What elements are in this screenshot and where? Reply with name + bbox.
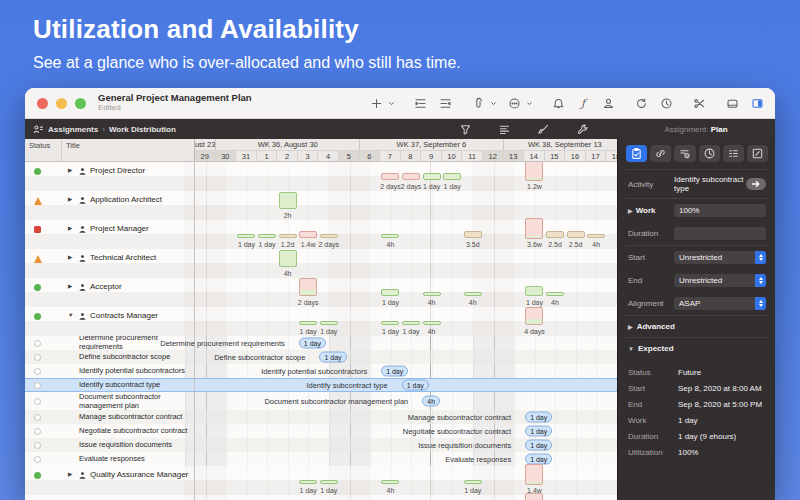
task-duration-pill[interactable]: 1 day <box>299 338 326 349</box>
disclosure-collapsed-icon[interactable]: ▶ <box>68 253 75 260</box>
resource-row[interactable]: ▶Team Leader <box>25 495 617 500</box>
minimize-button[interactable] <box>56 98 67 109</box>
cut-icon[interactable] <box>691 95 707 111</box>
inspector-tab-links[interactable] <box>650 145 671 162</box>
format-icon[interactable] <box>498 123 511 136</box>
resource-name[interactable]: Quality Assurance Manager <box>90 470 188 479</box>
utilization-bar[interactable] <box>443 173 461 180</box>
utilization-bar[interactable] <box>525 307 543 325</box>
advanced-disclosure-icon[interactable]: ▶ <box>628 323 633 330</box>
chevron-down-icon[interactable] <box>525 95 533 111</box>
resource-row[interactable]: ▶Application Architect2h <box>25 191 617 220</box>
task-name[interactable]: Negotiate subcontractor contract <box>79 427 187 436</box>
utilization-bar[interactable] <box>320 234 338 238</box>
zoom-button[interactable] <box>75 98 86 109</box>
sidebar-icon[interactable] <box>749 95 765 111</box>
utilization-bar[interactable] <box>381 234 399 238</box>
utilization-bar[interactable] <box>464 292 482 296</box>
settings-wrench-icon[interactable] <box>576 123 589 136</box>
disclosure-collapsed-icon[interactable]: ▶ <box>68 470 75 477</box>
utilization-bar[interactable] <box>299 278 317 296</box>
utilization-bar[interactable] <box>525 218 543 239</box>
expected-disclosure-icon[interactable]: ▼ <box>628 346 634 352</box>
resource-row[interactable]: ▼Contracts Manager1 day1 day1 day1 day4h… <box>25 307 617 336</box>
utilization-bar[interactable] <box>423 173 441 180</box>
utilization-bar[interactable] <box>423 321 441 325</box>
resource-row[interactable]: ▶Technical Architect4h <box>25 249 617 278</box>
timeline-header[interactable]: WK 35, August 23WK 36, August 30WK 37, S… <box>195 139 617 161</box>
utilization-bar[interactable] <box>402 173 420 180</box>
utilization-bar[interactable] <box>525 162 543 181</box>
expected-section[interactable]: ▼ Expected <box>628 344 766 353</box>
resource-name[interactable]: Technical Architect <box>90 253 156 262</box>
utilization-bar[interactable] <box>279 234 297 238</box>
task-duration-pill[interactable]: 1 day <box>525 426 552 437</box>
task-name[interactable]: Identify potential subcontractors <box>79 367 185 376</box>
breadcrumb[interactable]: Assignments › Work Distribution <box>33 124 176 135</box>
utilization-bar[interactable] <box>279 192 297 209</box>
end-popup[interactable]: Unrestricted <box>674 274 766 287</box>
task-row[interactable]: Document subcontractor management planDo… <box>25 392 617 410</box>
utilization-bar[interactable] <box>423 292 441 296</box>
utilization-bar[interactable] <box>525 464 543 485</box>
task-row[interactable]: Issue requisition documentsIssue requisi… <box>25 438 617 452</box>
resource-name[interactable]: Acceptor <box>90 282 122 291</box>
resource-name[interactable]: Application Architect <box>90 195 162 204</box>
disclosure-collapsed-icon[interactable]: ▶ <box>68 195 75 202</box>
window-layout-icon[interactable] <box>724 95 740 111</box>
breadcrumb-section[interactable]: Assignments <box>48 125 98 134</box>
inspector-tab-utilization-clock[interactable] <box>699 145 720 162</box>
task-duration-pill[interactable]: 1 day <box>525 440 552 451</box>
resource-name[interactable]: Contracts Manager <box>90 311 158 320</box>
task-duration-pill[interactable]: 1 day <box>525 412 552 423</box>
task-row[interactable]: Negotiate subcontractor contractNegotiat… <box>25 424 617 438</box>
goto-activity-button[interactable] <box>746 178 766 190</box>
time-icon[interactable] <box>658 95 674 111</box>
more-icon[interactable] <box>506 95 522 111</box>
task-row[interactable]: Identify subcontract typeIdentify subcon… <box>25 378 617 392</box>
task-name[interactable]: Define subcontractor scope <box>79 353 170 362</box>
task-duration-pill[interactable]: 1 day <box>381 366 408 377</box>
utilization-bar[interactable] <box>402 321 420 325</box>
style-brush-icon[interactable] <box>537 123 550 136</box>
resource-name[interactable]: Project Manager <box>90 224 149 233</box>
status-column-header[interactable]: Status <box>25 139 62 161</box>
inspector-tab-resources[interactable] <box>674 145 695 162</box>
utilization-bar[interactable] <box>525 493 543 500</box>
resource-row[interactable]: ▶Acceptor2 days1 day4h4h1 day4h <box>25 278 617 307</box>
inspector-tab-note-pencil[interactable] <box>747 145 768 162</box>
resource-name[interactable]: Project Director <box>90 166 145 175</box>
task-duration-pill[interactable]: 1 day <box>319 352 346 363</box>
disclosure-collapsed-icon[interactable]: ▶ <box>68 166 75 173</box>
utilization-bar[interactable] <box>587 234 605 238</box>
inspector-tab-columns[interactable] <box>723 145 744 162</box>
task-name[interactable]: Document subcontractor management plan <box>79 393 194 410</box>
resource-row[interactable]: ▶Project Manager1 day1 day1.2d1.4w2 days… <box>25 220 617 249</box>
chevron-down-icon[interactable] <box>489 95 497 111</box>
utilization-bar[interactable] <box>279 250 297 267</box>
notifications-icon[interactable] <box>550 95 566 111</box>
task-name[interactable]: Evaluate responses <box>79 455 145 464</box>
work-disclosure-icon[interactable]: ▶ <box>628 208 633 214</box>
utilization-bar[interactable] <box>381 173 399 180</box>
task-duration-pill[interactable]: 1 day <box>525 454 552 465</box>
close-button[interactable] <box>37 98 48 109</box>
utilization-bar[interactable] <box>299 480 317 484</box>
attach-icon[interactable] <box>470 95 486 111</box>
utilization-bar[interactable] <box>258 234 276 238</box>
breadcrumb-view[interactable]: Work Distribution <box>109 125 176 134</box>
utilization-bar[interactable] <box>525 286 543 296</box>
add-icon[interactable] <box>368 95 384 111</box>
indent-icon[interactable] <box>412 95 428 111</box>
task-name[interactable]: Identify subcontract type <box>79 381 160 390</box>
start-popup[interactable]: Unrestricted <box>674 251 766 264</box>
utilization-bar[interactable] <box>320 321 338 325</box>
task-duration-pill[interactable]: 1 day <box>402 380 429 391</box>
work-field[interactable]: 100% <box>674 204 766 217</box>
task-name[interactable]: Issue requisition documents <box>79 441 172 450</box>
utilization-bar[interactable] <box>381 321 399 325</box>
person-icon[interactable] <box>600 95 616 111</box>
utilization-bar[interactable] <box>299 231 317 238</box>
task-name[interactable]: Manage subcontractor contract <box>79 413 182 422</box>
filter-icon[interactable] <box>459 123 472 136</box>
